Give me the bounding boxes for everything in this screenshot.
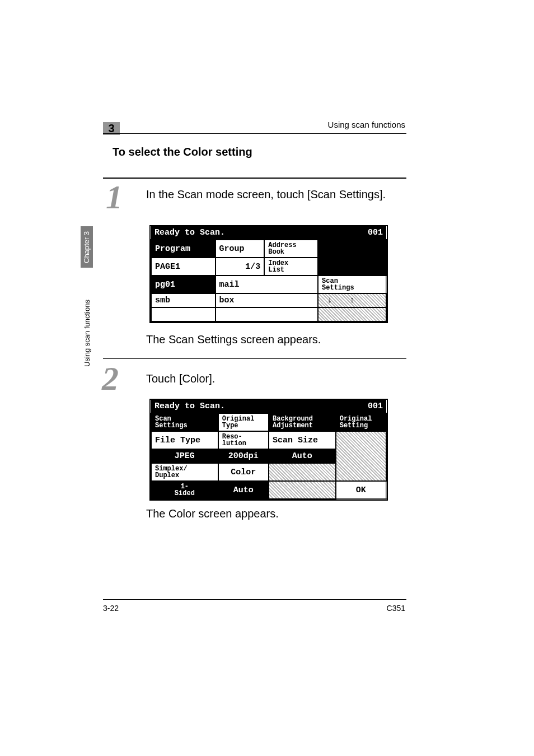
tab-original-type[interactable]: Original Type [218,413,269,431]
simplex-duplex-value[interactable]: 1- Sided [151,481,218,499]
simplex-duplex-label: Simplex/ Duplex [151,463,218,481]
tab-program[interactable]: Program [151,240,216,258]
lcd1-title: Ready to Scan. [151,226,318,240]
lcd1-blank-bottom [318,307,386,321]
dest-smb[interactable]: smb [151,293,216,307]
lcd2-blank-cell [269,463,336,481]
section-rule [103,178,406,179]
color-value[interactable]: Auto [218,481,269,499]
lcd2-counter: 001 [336,400,386,413]
lcd1-blank-top [318,240,386,258]
scan-settings-button[interactable]: Scan Settings [318,276,386,293]
sidebar-functions-label: Using scan functions [83,300,91,367]
page-number: 1/3 [216,258,265,276]
dest-mail[interactable]: mail [216,276,318,293]
step-number-2: 2 [102,360,119,398]
tab-scan-settings[interactable]: Scan Settings [151,413,218,431]
arrow-up-icon[interactable]: ↑ [341,296,363,305]
file-type-value[interactable]: JPEG [151,449,218,463]
tab-original-setting[interactable]: Original Setting [336,413,386,431]
lcd1-counter: 001 [318,226,386,240]
arrow-down-icon[interactable]: ↓ [318,296,341,305]
lcd1-blank-top2 [318,258,386,276]
step-1-result: The Scan Settings screen appears. [146,332,404,347]
scan-size-value[interactable]: Auto [269,449,336,463]
step-2-text: Touch [Color]. [146,371,404,386]
dest-empty-2 [216,307,318,321]
tab-address-book[interactable]: Address Book [264,240,318,258]
lcd-scan-mode: Ready to Scan. 001 Program Group Address… [149,225,388,323]
page-heading: To select the Color setting [113,146,252,158]
header-section-title: Using scan functions [328,120,405,129]
color-label: Color [218,463,269,481]
dest-box[interactable]: box [216,293,318,307]
resolution-value[interactable]: 200dpi [218,449,269,463]
footer-model: C351 [387,604,405,613]
step-1-text: In the Scan mode screen, touch [Scan Set… [146,187,404,202]
footer-page-number: 3-22 [103,604,119,613]
footer-rule [103,599,406,600]
lcd-scan-settings: Ready to Scan. 001 Scan Settings Origina… [149,399,388,501]
lcd2-blank-cell-2 [269,481,336,499]
ok-button[interactable]: OK [336,481,386,499]
section-rule-2 [103,358,406,359]
dest-pg01[interactable]: pg01 [151,276,216,293]
page-label: PAGE1 [151,258,216,276]
file-type-label: File Type [151,431,218,449]
sidebar-chapter-label: Chapter 3 [82,231,91,263]
dest-empty-1 [151,307,216,321]
index-list-button[interactable]: Index List [264,258,318,276]
resolution-label: Reso- lution [218,431,269,449]
header-rule [103,133,406,134]
lcd2-side-blank [336,431,386,481]
step-2-result: The Color screen appears. [146,506,404,521]
tab-background-adjustment[interactable]: Background Adjustment [269,413,336,431]
lcd2-title: Ready to Scan. [151,400,336,413]
scan-size-label: Scan Size [269,431,336,449]
tab-group[interactable]: Group [216,240,265,258]
step-number-1: 1 [106,178,123,217]
